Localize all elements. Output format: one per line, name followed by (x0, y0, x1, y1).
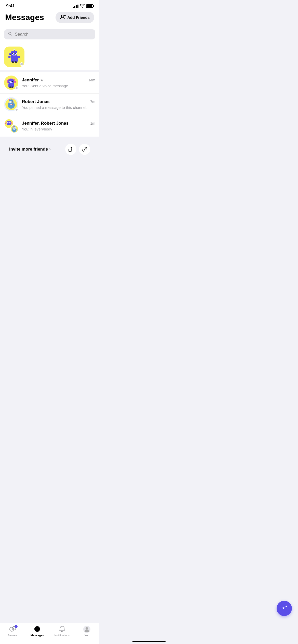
svg-point-12 (13, 49, 15, 50)
message-preview: You: Sent a voice message (22, 84, 95, 88)
svg-rect-32 (11, 86, 13, 88)
conversation-name: Robert Jonas (22, 99, 50, 104)
conversation-item-jennifer[interactable]: Jennifer ★ 14m You: Sent a voice message (0, 72, 99, 94)
svg-rect-5 (11, 56, 18, 62)
add-friends-label: Add Friends (67, 15, 90, 20)
message-time: 7m (90, 100, 95, 104)
search-icon (8, 32, 12, 37)
svg-rect-53 (11, 123, 12, 124)
add-person-icon (60, 14, 66, 21)
svg-point-40 (9, 101, 10, 103)
avatar-wrapper (4, 119, 18, 133)
link-button[interactable] (79, 144, 90, 155)
conversation-name: Jennifer, Robert Jonas (22, 121, 69, 126)
svg-point-24 (10, 81, 10, 82)
message-content: Robert Jonas 7m You pinned a message to … (22, 99, 95, 110)
wifi-icon (80, 4, 85, 8)
battery-icon (86, 4, 93, 8)
message-preview: You: hi everybody (22, 127, 95, 131)
svg-point-59 (13, 128, 14, 128)
status-bar: 9:41 (0, 0, 99, 10)
svg-point-25 (12, 81, 13, 82)
status-time: 9:41 (6, 4, 15, 9)
svg-rect-13 (8, 56, 11, 58)
online-dot (15, 108, 18, 111)
story-avatar (4, 47, 24, 67)
svg-rect-30 (8, 83, 14, 87)
search-container (0, 27, 99, 43)
group-avatar-b (10, 125, 18, 133)
avatar-wrapper (4, 76, 18, 90)
invite-section: Invite more friends › (4, 139, 95, 160)
svg-rect-16 (15, 61, 17, 63)
svg-rect-14 (18, 56, 20, 58)
message-content: Jennifer, Robert Jonas 1m You: hi everyb… (22, 121, 95, 131)
svg-rect-51 (8, 124, 10, 124)
group-avatar (4, 119, 18, 133)
message-preview: You pinned a message to this channel. (22, 105, 95, 110)
online-dot (15, 86, 18, 90)
svg-point-49 (8, 123, 8, 123)
conversation-name: Jennifer ★ (22, 78, 44, 83)
svg-point-60 (15, 128, 16, 128)
svg-rect-63 (69, 149, 71, 152)
svg-point-9 (12, 53, 13, 54)
svg-rect-17 (13, 55, 16, 55)
stories-section (0, 43, 99, 70)
message-content: Jennifer ★ 14m You: Sent a voice message (22, 78, 95, 88)
svg-point-50 (10, 123, 10, 123)
message-header-row: Jennifer, Robert Jonas 1m (22, 121, 95, 126)
svg-rect-52 (5, 123, 6, 124)
header: Messages Add Friends (0, 10, 99, 27)
svg-point-41 (12, 101, 13, 103)
svg-rect-29 (10, 82, 12, 83)
svg-point-0 (61, 15, 63, 17)
svg-rect-15 (12, 61, 14, 63)
svg-point-19 (10, 54, 11, 55)
message-header-row: Jennifer ★ 14m (22, 78, 95, 83)
messages-list: Jennifer ★ 14m You: Sent a voice message (0, 72, 99, 137)
invite-actions (65, 144, 90, 155)
avatar-wrapper (4, 97, 18, 111)
star-icon: ★ (40, 78, 44, 82)
signal-icon (73, 4, 78, 8)
invite-text[interactable]: Invite more friends › (9, 147, 50, 152)
conversation-item-group[interactable]: Jennifer, Robert Jonas 1m You: hi everyb… (0, 115, 99, 137)
page-title: Messages (5, 13, 44, 22)
svg-rect-31 (9, 86, 11, 88)
svg-point-10 (15, 53, 16, 54)
search-input[interactable] (15, 32, 91, 37)
message-time: 1m (90, 121, 95, 125)
svg-rect-34 (14, 81, 16, 83)
status-icons (73, 4, 93, 8)
share-button[interactable] (65, 144, 76, 155)
search-bar[interactable] (4, 29, 95, 39)
message-header-row: Robert Jonas 7m (22, 99, 95, 104)
svg-rect-33 (7, 81, 8, 83)
message-time: 14m (88, 78, 95, 82)
add-friends-button[interactable]: Add Friends (56, 12, 94, 23)
conversation-item-robert[interactable]: Robert Jonas 7m You pinned a message to … (0, 94, 99, 115)
online-status-dot (20, 62, 23, 66)
story-item[interactable] (4, 47, 24, 67)
svg-line-4 (11, 35, 12, 36)
